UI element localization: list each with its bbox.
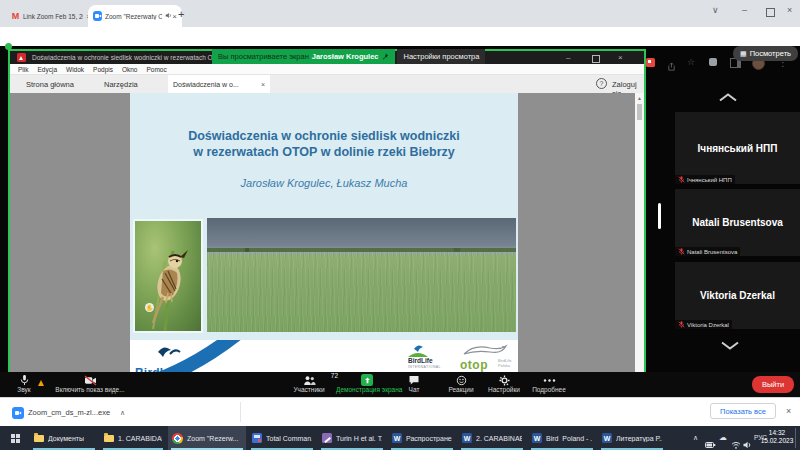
divider bbox=[240, 402, 241, 422]
scroll-participants-down[interactable] bbox=[720, 336, 740, 354]
more-button[interactable]: Подробнее bbox=[527, 374, 571, 393]
window-minimize-button[interactable]: – bbox=[742, 5, 747, 15]
clock-date: 15.02.2023 bbox=[760, 437, 794, 445]
new-tab-button[interactable]: + bbox=[178, 8, 184, 20]
video-button[interactable]: Включить показ виде... bbox=[52, 374, 128, 393]
taskbar-item-bird-poland[interactable]: W Bird_Poland - ... bbox=[528, 426, 596, 450]
word-icon: W bbox=[392, 433, 402, 443]
download-filename: Zoom_cm_ds_m-zl...exe bbox=[28, 408, 110, 417]
viewing-text: Вы просматриваете экран bbox=[218, 52, 309, 61]
tab-audio-icon[interactable] bbox=[165, 12, 172, 20]
participants-button[interactable]: 72 Участники bbox=[282, 374, 336, 393]
participants-scroll-indicator[interactable] bbox=[658, 203, 661, 229]
otop-logo-text: otop bbox=[460, 358, 488, 372]
tab-zoom-meeting[interactable]: Zoom "Rezerwaty OTOP: doś... × bbox=[88, 5, 182, 27]
view-settings-button[interactable]: Настройки просмотра bbox=[397, 49, 485, 64]
menu-widok[interactable]: Widok bbox=[66, 66, 84, 73]
slide-authors: Jarosław Krogulec, Łukasz Mucha bbox=[130, 177, 518, 189]
taskbar-item-total-commander[interactable]: Total Comman... bbox=[248, 426, 316, 450]
window-close-button[interactable]: × bbox=[787, 5, 792, 15]
tab-narzedzia[interactable]: Narzędzia bbox=[104, 80, 138, 89]
download-item[interactable]: Zoom_cm_ds_m-zl...exe ∧ bbox=[12, 404, 125, 421]
view-button-label: Посмотреть bbox=[750, 49, 791, 58]
share-screen-button[interactable]: Демонстрация экрана bbox=[336, 374, 398, 393]
audio-button[interactable]: Звук bbox=[8, 374, 40, 393]
screen-share-banner: Вы просматриваете экран Jarosław Krogule… bbox=[212, 49, 485, 64]
zoom-control-bar: Звук ^ Включить показ виде... 72 Участни… bbox=[0, 372, 800, 397]
clock-time: 14:32 bbox=[760, 429, 794, 437]
show-desktop-button[interactable] bbox=[795, 428, 800, 448]
taskbar-item-dokumenty[interactable]: Документы bbox=[30, 426, 98, 450]
scroll-up-arrow[interactable]: ▲ bbox=[637, 95, 642, 101]
taskbar-item-carabinae[interactable]: W 2. CARABINAE ... bbox=[458, 426, 526, 450]
window-maximize-button[interactable] bbox=[766, 8, 775, 17]
pdf-document-area: Doświadczenia w ochronie siedlisk wodnic… bbox=[10, 93, 644, 393]
page-action-icon[interactable] bbox=[646, 58, 655, 67]
taskbar-item-literatura[interactable]: W Литература Р... bbox=[598, 426, 666, 450]
participant-label: Viktoria Dzerkal bbox=[675, 320, 732, 329]
extension-icon[interactable] bbox=[709, 58, 717, 66]
network-icon[interactable] bbox=[731, 435, 741, 450]
taskbar-item-turin[interactable]: Turin H et al. T... bbox=[318, 426, 386, 450]
taskbar-item-carabidae[interactable]: 1. CARABIDAE bbox=[100, 426, 166, 450]
participants-icon: 72 bbox=[282, 374, 336, 386]
document-tab[interactable]: Doświadczenia w o... × bbox=[168, 75, 270, 93]
participant-label: Natali Brusentsova bbox=[675, 247, 740, 256]
bookmark-star-icon[interactable]: ☆ bbox=[687, 57, 695, 67]
windows-taskbar: Документы 1. CARABIDAE Zoom "Rezerw... T… bbox=[0, 426, 800, 450]
windows-logo-icon bbox=[11, 434, 20, 443]
book-icon bbox=[322, 433, 332, 443]
word-icon: W bbox=[462, 433, 472, 443]
pdf-maximize-button[interactable] bbox=[592, 55, 600, 63]
presenter-name: Jarosław Krogulec bbox=[312, 52, 379, 61]
tab-link-zoom[interactable]: M Link Zoom Feb 15, 2023 01:00 P... × bbox=[6, 5, 96, 27]
otop-logo: otop BirdLife Polska bbox=[458, 342, 516, 372]
video-tile-ichnianskyi[interactable]: Ічнянський НПП Ічнянський НПП bbox=[675, 112, 800, 184]
menu-pomoc[interactable]: Pomoc bbox=[146, 66, 166, 73]
grass-texture bbox=[207, 252, 516, 332]
battery-icon[interactable] bbox=[705, 435, 716, 450]
download-chevron[interactable]: ∧ bbox=[120, 409, 125, 417]
tray-expand-chevron[interactable]: ∧ bbox=[693, 434, 698, 442]
onedrive-cloud-icon[interactable]: ☁ bbox=[719, 433, 727, 442]
word-icon: W bbox=[602, 433, 612, 443]
help-icon[interactable]: ? bbox=[596, 78, 607, 89]
pdf-close-button[interactable]: × bbox=[618, 53, 623, 62]
menu-edycja[interactable]: Edycja bbox=[37, 66, 57, 73]
volume-icon[interactable] bbox=[743, 435, 752, 450]
video-tile-viktoria[interactable]: Viktoria Dzerkal Viktoria Dzerkal bbox=[675, 262, 800, 329]
share-page-icon[interactable] bbox=[667, 58, 676, 76]
close-icon[interactable]: × bbox=[261, 81, 265, 88]
view-options-button[interactable]: ▦ Посмотреть bbox=[733, 46, 798, 61]
word-icon: W bbox=[532, 433, 542, 443]
birdlife-international-logo: BirdLife INTERNATIONAL bbox=[406, 343, 452, 371]
settings-button[interactable]: Настройки bbox=[483, 374, 525, 393]
menu-plik[interactable]: Plik bbox=[18, 66, 28, 73]
hand-cursor-icon: ✋ bbox=[145, 303, 154, 312]
reactions-button[interactable]: Реакции bbox=[441, 374, 481, 393]
tab-strona-glowna[interactable]: Strona główna bbox=[26, 80, 74, 89]
leave-meeting-button[interactable]: Выйти bbox=[752, 376, 794, 393]
show-all-downloads-button[interactable]: Показать все bbox=[710, 403, 776, 419]
pdf-minimize-button[interactable]: – bbox=[566, 53, 570, 62]
video-tile-natali[interactable]: Natali Brusentsova Natali Brusentsova bbox=[675, 189, 800, 256]
tab-title: Link Zoom Feb 15, 2023 01:00 P... bbox=[23, 13, 83, 20]
close-icon[interactable]: × bbox=[172, 12, 177, 21]
viewing-screen-pill: Вы просматриваете экран Jarosław Krogule… bbox=[212, 49, 395, 64]
close-download-bar-icon[interactable]: × bbox=[786, 406, 791, 416]
folder-icon bbox=[104, 435, 114, 442]
pdf-scrollbar[interactable]: ▲ bbox=[635, 93, 644, 393]
share-screen-icon bbox=[336, 374, 398, 386]
window-menu-chevron[interactable]: ∨ bbox=[712, 5, 719, 15]
taskbar-clock[interactable]: 14:32 15.02.2023 bbox=[760, 429, 794, 446]
menu-okno[interactable]: Okno bbox=[122, 66, 138, 73]
start-button[interactable] bbox=[2, 426, 28, 450]
chat-button[interactable]: Чат bbox=[400, 374, 428, 393]
taskbar-item-rasprostran[interactable]: W Распростране... bbox=[388, 426, 456, 450]
biebrza-meadow-photo bbox=[207, 218, 516, 332]
menu-podpis[interactable]: Podpis bbox=[93, 66, 113, 73]
participant-label: Ічнянський НПП bbox=[675, 175, 735, 184]
scrollbar-thumb[interactable] bbox=[637, 104, 642, 120]
scroll-participants-up[interactable] bbox=[718, 88, 738, 106]
taskbar-item-zoom-chrome[interactable]: Zoom "Rezerw... bbox=[168, 426, 246, 450]
